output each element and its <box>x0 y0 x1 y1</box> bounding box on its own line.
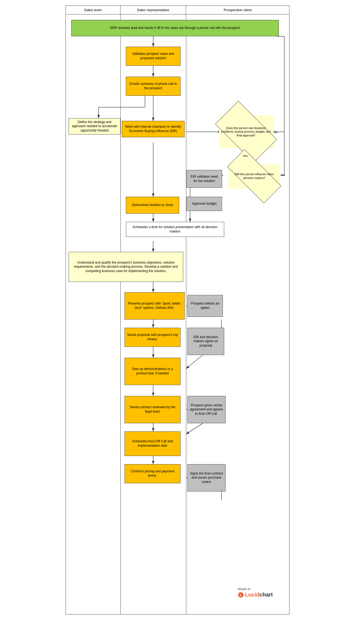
box-validates: Validates prospect value and proposed so… <box>126 47 181 66</box>
svg-point-23 <box>238 592 244 598</box>
label-no-does-person: No <box>274 130 278 134</box>
box-schedules-presentation: Schedules a time for solution presentati… <box>126 222 224 237</box>
box-define-strategy: Define the strategy and approach needed … <box>69 118 120 135</box>
box-sets-demos: Sets up demonstrations or a product tria… <box>125 358 181 385</box>
lucidchart-logo-icon <box>238 592 244 598</box>
box-determines-timeline: Determines timeline to close <box>126 197 179 214</box>
box-sends-contract: Sends contract reviewed by the legal tea… <box>125 396 181 423</box>
diamond-does-person-own: Does this person own business problems, … <box>219 115 273 148</box>
box-presents-options: Presents prospect with "good, better, be… <box>125 292 185 320</box>
box-ebi-validates: EBI validates need for the solution <box>187 170 222 188</box>
lucid-text: Lucid <box>245 592 259 598</box>
flow-area: SDR receives lead and hands it off to th… <box>66 14 289 615</box>
box-schedules-kickoff: Schedules Kick-Off Call and implementati… <box>125 431 181 456</box>
box-understand-qualify: Understand and qualify the prospect's bu… <box>69 252 183 282</box>
header-col-prospect: Prospective client <box>186 6 289 14</box>
box-signs-contract: Signs the final contract and issues purc… <box>187 464 226 491</box>
box-approves-budget: Approves budget <box>187 197 222 211</box>
chart-text: chart <box>259 592 273 598</box>
box-confirms-pricing: Confirms pricing and payment terms. <box>125 464 181 483</box>
label-yes-does-person: Yes <box>243 154 248 157</box>
box-work-champion: Work with internal champion to identify … <box>122 121 185 137</box>
box-ebi-agree: EBI and decision makers agree on proposa… <box>187 328 224 355</box>
diamond-will-influence: Will this person influence other decisio… <box>228 164 280 189</box>
box-sends-proposal: Sends proposal with prospect's top choic… <box>125 328 181 347</box>
branding: Made in Lucidchart <box>238 587 273 598</box>
header-col-sales-team: Sales team <box>66 6 120 14</box>
header-col-sales-rep: Sales representative <box>120 6 186 14</box>
box-prospect-selects: Prospect selects an option <box>187 295 223 317</box>
label-no-will-influence: No <box>281 173 285 177</box>
box-sdr: SDR receives lead and hands it off to th… <box>71 20 279 36</box>
box-emails: Emails summary of phone call to the pros… <box>126 77 181 96</box>
box-prospect-verbal: Prospect gives verbal agreement and agre… <box>187 396 226 423</box>
